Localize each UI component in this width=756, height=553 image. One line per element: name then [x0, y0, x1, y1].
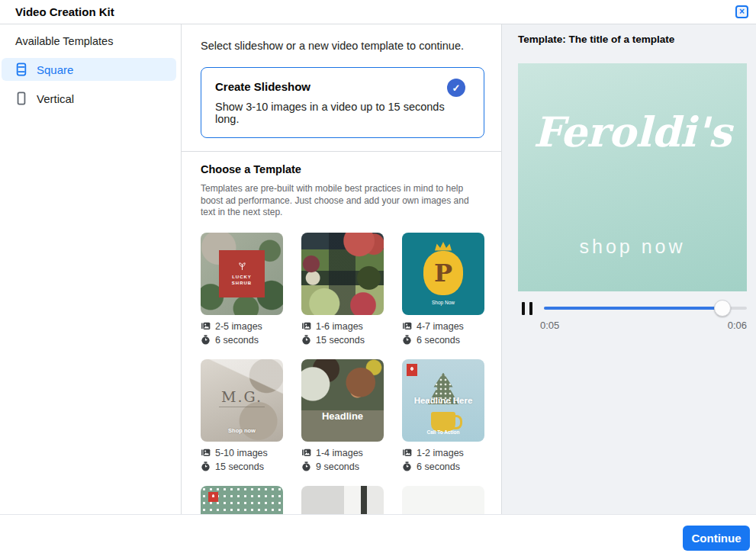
decor-brand-logo	[208, 492, 218, 502]
decor-red-card: LUCKY SHRUB	[219, 250, 265, 297]
template-card: M.G. Shop now 5-10 images	[201, 359, 283, 474]
vertical-device-icon	[15, 91, 29, 106]
template-selection-panel: Select slideshow or a new video template…	[182, 24, 502, 514]
template-image-count: 4-7 images	[402, 320, 484, 333]
video-overlay-title: Feroldi's	[518, 108, 747, 156]
thumbnail-cta-text: Call To Action	[402, 429, 484, 435]
thumbnail-headline-text: Headline	[301, 410, 384, 422]
template-thumbnail-donut-logo[interactable]: P Shop Now	[402, 233, 484, 315]
template-card	[201, 486, 283, 515]
sidebar-item-label: Vertical	[37, 92, 74, 105]
template-duration: 6 seconds	[402, 460, 484, 474]
clock-icon	[402, 461, 412, 471]
close-icon[interactable]: ×	[735, 5, 748, 18]
images-icon	[201, 321, 211, 331]
images-icon	[201, 448, 211, 458]
thumbnail-cta-text: Shop now	[201, 427, 283, 434]
template-duration: 6 seconds	[402, 333, 484, 347]
template-thumbnail-garden-flowers[interactable]	[201, 486, 283, 515]
template-card: 1-6 images 15 seconds	[301, 233, 384, 347]
template-card: Headline Here Call To Action 1-2 images	[402, 359, 484, 474]
progress-thumb[interactable]	[714, 300, 731, 317]
template-thumbnail-headline-mug[interactable]: Headline Here Call To Action	[402, 359, 484, 442]
template-image-count: 5-10 images	[201, 446, 283, 460]
create-slideshow-card[interactable]: Create Slideshow Show 3-10 images in a v…	[201, 67, 484, 138]
template-meta: 2-5 images 6 seconds	[201, 320, 283, 347]
thumbnail-brand-text: M.G.	[201, 388, 283, 405]
template-image-count: 1-6 images	[301, 320, 384, 333]
dialog-title: Video Creation Kit	[15, 5, 735, 18]
decor-crown	[435, 242, 452, 251]
images-icon	[402, 448, 412, 458]
plant-icon	[238, 261, 246, 271]
template-image-count: 2-5 images	[201, 320, 283, 333]
template-image-count: 1-2 images	[402, 446, 484, 460]
template-card	[402, 486, 484, 515]
clock-icon	[301, 335, 311, 345]
choose-template-description: Templates are pre-built with mobile best…	[201, 183, 477, 219]
logo-letter: P	[434, 259, 452, 288]
decor-brand-logo	[407, 364, 417, 376]
sidebar-item-label: Square	[37, 63, 73, 76]
template-thumbnail-mg-monogram[interactable]: M.G. Shop now	[201, 359, 283, 442]
template-thumbnail-interior-plant[interactable]	[301, 486, 384, 515]
template-thumbnail-headline-photo[interactable]: Headline	[301, 359, 384, 442]
template-duration: 15 seconds	[201, 460, 283, 474]
section-divider	[182, 151, 501, 152]
images-icon	[402, 321, 412, 331]
dialog-footer: Continue	[0, 514, 756, 553]
elapsed-time: 0:05	[540, 320, 559, 331]
template-grid: LUCKY SHRUB 2-5 images	[201, 233, 484, 515]
slideshow-card-title: Create Slideshow	[215, 80, 470, 93]
choose-template-heading: Choose a Template	[201, 163, 484, 175]
thumbnail-cta-text: Shop Now	[432, 300, 455, 305]
pause-icon[interactable]	[522, 302, 532, 315]
thumbnail-brand-text: LUCKY SHRUB	[226, 274, 258, 286]
template-meta: 5-10 images 15 seconds	[201, 446, 283, 474]
video-time-row: 0:05 0:06	[518, 320, 747, 331]
templates-sidebar: Available Templates Square Vertical	[0, 24, 182, 514]
sidebar-item-square[interactable]: Square	[2, 58, 176, 81]
video-preview[interactable]: Feroldi's shop now	[518, 63, 747, 291]
clock-icon	[201, 461, 211, 471]
continue-button[interactable]: Continue	[683, 526, 750, 551]
template-duration: 6 seconds	[201, 333, 283, 347]
dialog-header: Video Creation Kit ×	[0, 0, 756, 24]
video-progress-slider[interactable]	[544, 299, 747, 317]
decor-tree	[425, 373, 462, 416]
clock-icon	[402, 335, 412, 345]
template-duration: 15 seconds	[301, 333, 384, 347]
video-player-controls	[518, 299, 747, 317]
template-card: Headline 1-4 images	[301, 359, 384, 474]
template-image-count: 1-4 images	[301, 446, 384, 460]
panel-intro-text: Select slideshow or a new video template…	[201, 40, 484, 52]
template-card: LUCKY SHRUB 2-5 images	[201, 233, 283, 347]
template-thumbnail-lucky-shrub[interactable]: LUCKY SHRUB	[201, 233, 283, 315]
template-thumbnail-succulent[interactable]	[402, 486, 484, 515]
images-icon	[301, 448, 311, 458]
template-duration: 9 seconds	[301, 460, 384, 474]
video-overlay-cta: shop now	[518, 236, 747, 258]
template-meta: 4-7 images 6 seconds	[402, 320, 484, 347]
template-meta: 1-4 images 9 seconds	[301, 446, 384, 474]
template-preview-panel: Template: The title of a template Ferold…	[502, 24, 756, 514]
preview-heading: Template: The title of a template	[518, 34, 747, 45]
square-device-icon	[15, 62, 29, 77]
images-icon	[301, 321, 311, 331]
template-card	[301, 486, 384, 515]
selected-check-icon: ✓	[447, 79, 465, 97]
template-meta: 1-2 images 6 seconds	[402, 446, 484, 474]
decor-donut-logo: P	[423, 251, 463, 295]
slideshow-card-description: Show 3-10 images in a video up to 15 sec…	[215, 101, 470, 125]
dialog-body: Available Templates Square Vertical Sele…	[0, 24, 756, 514]
sidebar-heading: Available Templates	[15, 35, 181, 47]
decor-rule	[219, 407, 265, 407]
sidebar-item-vertical[interactable]: Vertical	[2, 87, 176, 110]
template-thumbnail-produce-collage[interactable]	[301, 233, 384, 315]
progress-fill	[544, 307, 722, 310]
total-time: 0:06	[728, 320, 747, 331]
thumbnail-headline-text: Headline Here	[402, 396, 484, 405]
clock-icon	[201, 335, 211, 345]
template-meta: 1-6 images 15 seconds	[301, 320, 384, 347]
template-card: P Shop Now 4-7 images	[402, 233, 484, 347]
